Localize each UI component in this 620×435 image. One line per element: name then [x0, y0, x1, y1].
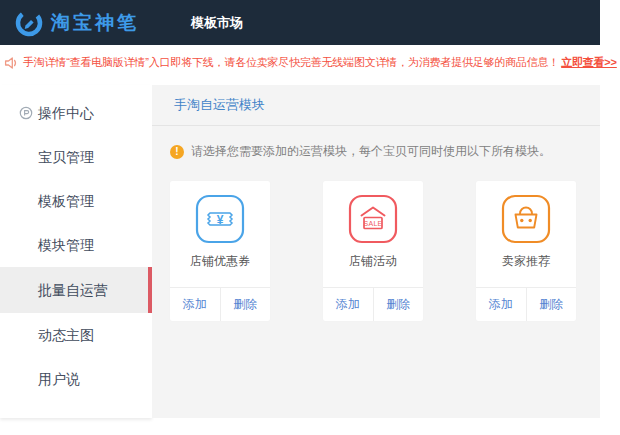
add-button[interactable]: 添加: [323, 288, 373, 321]
sidebar-item-item-management[interactable]: 宝贝管理: [0, 135, 152, 179]
card-body: SALE 店铺活动: [323, 181, 423, 287]
module-card-coupon: ¥ 店铺优惠券 添加 删除: [170, 181, 270, 321]
sidebar-item-label: 模板管理: [38, 193, 94, 209]
nav-template-market[interactable]: 模板市场: [191, 14, 243, 32]
sidebar-item-operations[interactable]: 操作中心: [0, 91, 152, 135]
svg-text:SALE: SALE: [363, 220, 382, 227]
top-header: 淘宝神笔 模板市场: [0, 0, 600, 45]
announcement-bar: 手淘详情“查看电脑版详情”入口即将下线，请各位卖家尽快完善无线端图文详情，为消费…: [0, 45, 600, 80]
tip-text: 请选择您需要添加的运营模块，每个宝贝可同时使用以下所有模块。: [191, 143, 551, 160]
module-name: 店铺活动: [349, 253, 397, 270]
page: 淘宝神笔 模板市场 手淘详情“查看电脑版详情”入口即将下线，请各位卖家尽快完善无…: [0, 0, 620, 435]
delete-button[interactable]: 删除: [220, 288, 271, 321]
sidebar: 操作中心 宝贝管理 模板管理 模块管理 批量自运营 动态主图 用户说: [0, 85, 152, 418]
sidebar-item-module-management[interactable]: 模块管理: [0, 223, 152, 267]
coupon-icon: ¥: [195, 194, 245, 244]
add-button[interactable]: 添加: [170, 288, 220, 321]
sidebar-item-batch-self-operation[interactable]: 批量自运营: [0, 267, 152, 313]
module-cards: ¥ 店铺优惠券 添加 删除: [170, 181, 600, 321]
sidebar-item-label: 动态主图: [38, 327, 94, 343]
sidebar-item-label: 批量自运营: [38, 282, 108, 298]
card-body: 卖家推荐: [476, 181, 576, 287]
page-title: 手淘自运营模块: [174, 97, 265, 112]
sidebar-item-label: 模块管理: [38, 237, 94, 253]
megaphone-icon: [4, 56, 23, 70]
brand-name: 淘宝神笔: [51, 10, 139, 36]
announcement-link[interactable]: 立即查看>>: [561, 55, 617, 70]
brand-logo-icon: [14, 8, 44, 38]
card-footer: 添加 删除: [476, 287, 576, 321]
sidebar-item-label: 操作中心: [38, 105, 94, 121]
tip-row: ! 请选择您需要添加的运营模块，每个宝贝可同时使用以下所有模块。: [170, 143, 600, 160]
module-card-seller-recommend: 卖家推荐 添加 删除: [476, 181, 576, 321]
sidebar-item-dynamic-main-image[interactable]: 动态主图: [0, 313, 152, 357]
sidebar-item-label: 用户说: [38, 371, 80, 387]
sidebar-item-template-management[interactable]: 模板管理: [0, 179, 152, 223]
sale-sign-icon: SALE: [348, 194, 398, 244]
sidebar-item-label: 宝贝管理: [38, 149, 94, 165]
module-name: 店铺优惠券: [190, 253, 250, 270]
card-footer: 添加 删除: [170, 287, 270, 321]
main-panel: 手淘自运营模块 ! 请选择您需要添加的运营模块，每个宝贝可同时使用以下所有模块。…: [152, 85, 600, 418]
sidebar-item-user-reviews[interactable]: 用户说: [0, 357, 152, 401]
delete-button[interactable]: 删除: [373, 288, 424, 321]
card-body: ¥ 店铺优惠券: [170, 181, 270, 287]
svg-text:¥: ¥: [217, 213, 224, 227]
brand[interactable]: 淘宝神笔: [14, 8, 139, 38]
shopping-bag-icon: [501, 194, 551, 244]
card-footer: 添加 删除: [323, 287, 423, 321]
module-card-activity: SALE 店铺活动 添加 删除: [323, 181, 423, 321]
panel-header: 手淘自运营模块: [152, 85, 600, 126]
operations-icon: [19, 106, 33, 120]
info-icon: !: [170, 145, 184, 159]
delete-button[interactable]: 删除: [526, 288, 577, 321]
add-button[interactable]: 添加: [476, 288, 526, 321]
module-name: 卖家推荐: [502, 253, 550, 270]
announcement-text: 手淘详情“查看电脑版详情”入口即将下线，请各位卖家尽快完善无线端图文详情，为消费…: [23, 55, 559, 70]
